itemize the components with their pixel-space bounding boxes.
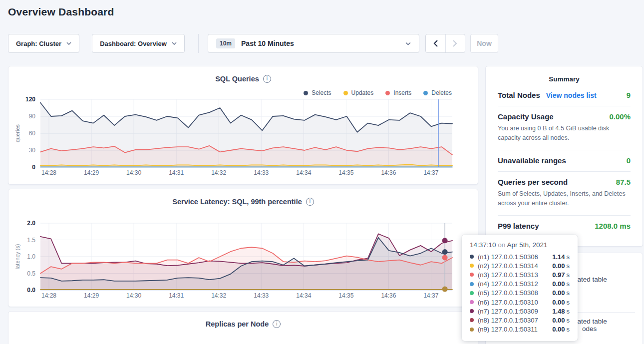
svg-text:14:37: 14:37 <box>423 169 438 176</box>
node-latency-value: 0.00s <box>552 280 570 288</box>
node-address: (n4) 127.0.0.1:50312 <box>478 280 538 288</box>
legend-item-deletes[interactable]: Deletes <box>423 89 452 96</box>
svg-text:0.0: 0.0 <box>27 287 35 294</box>
svg-text:14:35: 14:35 <box>338 292 353 299</box>
summary-description: Sum of Selects, Updates, Inserts, and De… <box>498 189 631 209</box>
tooltip-row: (n2) 127.0.0.1:503140.00s <box>470 261 570 270</box>
node-address: (n1) 127.0.0.1:50306 <box>478 253 538 261</box>
replicas-title-row: Replicas per Node i <box>8 320 478 328</box>
service-latency-panel: Service Latency: SQL, 99th percentile i … <box>8 189 478 307</box>
tooltip-row: (n7) 127.0.0.1:503091.48s <box>470 307 570 316</box>
legend-item-selects[interactable]: Selects <box>304 89 331 96</box>
node-address: (n2) 127.0.0.1:50314 <box>478 262 538 270</box>
legend-dot <box>423 91 428 95</box>
chevron-down-icon <box>66 42 71 45</box>
latency-unit: s <box>567 253 570 261</box>
tooltip-row: (n9) 127.0.0.1:503110.00s <box>470 325 570 334</box>
node-latency-value: 0.00s <box>552 326 570 333</box>
svg-text:queries: queries <box>14 124 20 142</box>
node-color-dot <box>470 309 474 313</box>
now-button-label: Now <box>477 39 492 47</box>
node-address: (n6) 127.0.0.1:50310 <box>478 299 538 306</box>
view-nodes-list-link[interactable]: View nodes list <box>546 91 597 99</box>
info-icon[interactable]: i <box>306 198 314 206</box>
svg-text:14:37: 14:37 <box>423 292 438 299</box>
time-range-picker[interactable]: 10m Past 10 Minutes <box>208 34 419 53</box>
svg-text:60: 60 <box>29 130 36 137</box>
latency-unit: s <box>567 326 570 333</box>
dashboard-dropdown[interactable]: Dashboard: Overview <box>92 34 185 53</box>
graph-dropdown[interactable]: Graph: Cluster <box>8 34 79 53</box>
time-forward-button[interactable] <box>446 34 465 52</box>
tooltip-row: (n8) 127.0.0.1:503070.00s <box>470 316 570 325</box>
node-address: (n8) 127.0.0.1:50307 <box>478 317 538 324</box>
legend-dot <box>304 91 308 95</box>
node-address: (n7) 127.0.0.1:50309 <box>478 308 538 315</box>
svg-text:14:30: 14:30 <box>126 292 141 299</box>
latency-unit: s <box>567 271 570 279</box>
summary-label: Capacity Usage <box>498 112 554 121</box>
event-text-fragment: eated table <box>574 276 607 283</box>
summary-row-total-nodes: Total NodesView nodes list9 <box>498 85 631 106</box>
summary-value: 1208.0 ms <box>595 222 631 230</box>
chart-hover-tooltip: 14:37:10 on Apr 5th, 2021 (n1) 127.0.0.1… <box>462 235 578 341</box>
node-color-dot <box>470 273 474 277</box>
node-color-dot <box>470 328 474 332</box>
node-address: (n5) 127.0.0.1:50308 <box>478 289 538 297</box>
sql-queries-title-row: SQL Queries i <box>8 75 478 83</box>
svg-text:14:32: 14:32 <box>211 292 226 299</box>
legend-label: Inserts <box>393 89 411 96</box>
time-back-button[interactable] <box>426 34 446 52</box>
sql-queries-panel: SQL Queries i SelectsUpdatesInsertsDelet… <box>8 66 478 185</box>
service-latency-title-row: Service Latency: SQL, 99th percentile i <box>8 198 478 206</box>
summary-value: 87.5 <box>616 178 631 186</box>
node-latency-value: 0.00s <box>552 317 570 324</box>
svg-text:14:35: 14:35 <box>338 169 353 176</box>
svg-text:0: 0 <box>32 164 35 171</box>
legend-label: Selects <box>312 89 331 96</box>
time-nav-buttons <box>425 34 465 53</box>
tooltip-row: (n3) 127.0.0.1:503130.97s <box>470 270 570 279</box>
chart-latency: 14:2814:2914:3014:3114:3214:3314:3414:35… <box>8 189 479 308</box>
info-icon[interactable]: i <box>273 320 281 328</box>
svg-text:14:28: 14:28 <box>41 169 56 176</box>
chart-title: SQL Queries <box>215 75 259 83</box>
node-color-dot <box>470 282 474 286</box>
svg-text:14:36: 14:36 <box>381 169 396 176</box>
node-color-dot <box>470 318 474 322</box>
tooltip-row: (n5) 127.0.0.1:503080.00s <box>470 289 570 298</box>
node-latency-value: 1.14s <box>552 253 570 261</box>
page-title: Overview Dashboard <box>8 6 114 18</box>
events-divider <box>576 312 635 313</box>
chevron-down-icon <box>172 42 177 45</box>
node-latency-value: 0.97s <box>552 271 570 279</box>
node-address: (n3) 127.0.0.1:50313 <box>478 271 538 279</box>
svg-text:120: 120 <box>25 96 35 103</box>
svg-text:14:29: 14:29 <box>84 292 99 299</box>
summary-value: 0 <box>627 156 631 165</box>
now-button[interactable]: Now <box>470 34 498 53</box>
svg-text:14:30: 14:30 <box>126 169 141 176</box>
replicas-per-node-panel: Replicas per Node i <box>8 311 478 344</box>
svg-text:30: 30 <box>29 147 36 154</box>
legend-item-updates[interactable]: Updates <box>343 89 374 96</box>
chart-title: Replicas per Node <box>206 320 269 328</box>
tooltip-row: (n6) 127.0.0.1:503100.00s <box>470 298 570 307</box>
summary-row-capacity-usage: Capacity Usage0.00%You are using 0 B of … <box>498 106 631 150</box>
svg-text:14:31: 14:31 <box>169 292 184 299</box>
graph-dropdown-label: Graph: Cluster <box>16 40 61 47</box>
event-text-fragment: eated table <box>574 318 607 325</box>
dashboard-dropdown-label: Dashboard: Overview <box>100 40 167 47</box>
node-color-dot <box>470 300 474 304</box>
node-latency-value: 0.00s <box>552 262 570 270</box>
latency-unit: s <box>567 308 570 315</box>
latency-unit: s <box>567 262 570 270</box>
svg-text:14:33: 14:33 <box>254 292 269 299</box>
svg-text:14:34: 14:34 <box>296 169 311 176</box>
svg-text:1.5: 1.5 <box>27 237 35 244</box>
info-icon[interactable]: i <box>263 75 271 83</box>
svg-text:1.0: 1.0 <box>27 253 35 260</box>
chevron-down-icon <box>405 42 411 45</box>
chart-title: Service Latency: SQL, 99th percentile <box>172 198 302 206</box>
legend-item-inserts[interactable]: Inserts <box>385 89 411 96</box>
